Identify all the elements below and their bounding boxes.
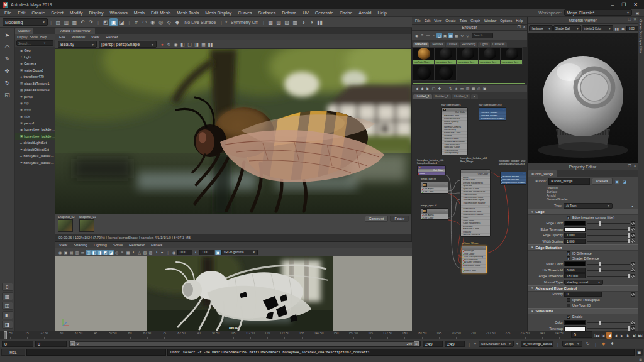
outliner-item[interactable]: ▰ honeybee_lockdev_v04... <box>15 153 55 160</box>
go-to-end-button[interactable]: ▶▶| <box>638 332 643 339</box>
rearrange-graph-icon[interactable]: ↻ <box>448 85 453 91</box>
viewport-menu-item[interactable]: Renderer <box>128 243 145 247</box>
viewer-settings-icon[interactable]: ✱ <box>620 26 626 31</box>
property-editor-titlebar[interactable]: Property Editor ❐✕ <box>528 163 638 170</box>
material-swatch[interactable]: hairTubeSha... <box>413 47 435 65</box>
node-aistandardsurface2sg[interactable]: ▫▫ Surface ShaderVolume ShaderDisplaceme… <box>500 172 526 185</box>
menu-item[interactable]: Curves <box>237 11 252 15</box>
input-connections-icon[interactable]: ◀ <box>414 85 419 91</box>
node-port[interactable]: Normal Camera <box>461 233 490 236</box>
snapshot-icon[interactable]: ◉ <box>172 41 179 48</box>
node-editor-tab[interactable]: Untitled_2 <box>433 94 452 99</box>
outliner-item[interactable]: ◉ top <box>15 100 55 107</box>
browser-tab[interactable]: Textures <box>430 42 445 47</box>
attribute-value[interactable]: 180.000 <box>564 273 586 278</box>
playback-start-field[interactable]: 0 <box>35 341 67 347</box>
outliner-item[interactable]: ▰ honeybee_lockdev_v04... <box>15 160 55 167</box>
hypershade-menu-item[interactable]: View <box>433 19 442 23</box>
outliner-item[interactable]: ◈ transform479 <box>15 74 55 80</box>
checkbox-row[interactable]: ✓Enable <box>528 314 638 320</box>
menu-item[interactable]: Help <box>377 11 387 15</box>
menu-item[interactable]: Modify <box>69 11 84 15</box>
map-button-icon[interactable] <box>631 274 635 278</box>
outliner-search-input[interactable] <box>18 41 43 45</box>
attribute-value[interactable] <box>564 261 586 266</box>
attribute-slider[interactable] <box>587 273 630 278</box>
map-button-icon[interactable] <box>631 239 635 243</box>
anim-layer-field[interactable]: w_v04:wings_closed <box>521 341 553 347</box>
channel-box-vertical-tab[interactable]: Channel Box / Layer Editor <box>638 17 642 53</box>
browser-tab[interactable]: Utilities <box>446 42 459 47</box>
menu-item[interactable]: Mesh Tools <box>176 11 199 15</box>
go-to-start-button[interactable]: |◀◀ <box>594 332 599 339</box>
attribute-value[interactable] <box>564 320 586 325</box>
attribute-value[interactable] <box>564 326 586 331</box>
command-language-toggle[interactable]: MEL <box>1 349 25 356</box>
node-hairtubeshader1sg[interactable]: ▫▫ Surface ShaderVolume ShaderDisplaceme… <box>479 107 506 121</box>
xray-icon[interactable]: ▧ <box>142 250 148 255</box>
property-editor-tab[interactable]: aiToon_Wings <box>528 170 557 177</box>
loop-playback-icon[interactable]: ↻ <box>584 341 591 348</box>
current-frame-field[interactable]: 0 <box>571 331 592 338</box>
time-slider[interactable]: 7.501522.503037.504552.506067.507582.509… <box>0 331 644 339</box>
hypershade-menu-item[interactable]: Window <box>484 19 497 23</box>
browser-tab[interactable]: Cameras <box>491 42 506 47</box>
viewer-environment-dropdown[interactable]: Interior1 Color▼ <box>582 25 613 31</box>
toon-outline-icon[interactable]: ◕ <box>299 18 308 26</box>
menu-item[interactable]: Mesh Display <box>204 11 232 15</box>
start-render-icon[interactable]: ● <box>158 41 165 48</box>
outliner-tab[interactable]: Outliner <box>15 28 33 34</box>
no-live-surface-label[interactable]: No Live Surface <box>184 20 216 25</box>
menu-set-dropdown[interactable]: Modeling▼ <box>3 18 48 26</box>
snapshot-thumbnail[interactable]: Snapshot_02 <box>58 216 77 232</box>
map-button-icon[interactable] <box>631 262 635 266</box>
outliner-item[interactable]: ◉ front <box>15 107 55 114</box>
output-connections-icon[interactable]: ▶ <box>425 85 431 91</box>
renderview-menu-item[interactable]: Render <box>105 35 119 39</box>
snap-point-icon[interactable]: ◉ <box>148 18 157 26</box>
node-bee-wings[interactable]: ▫▫ Out Color BaseBase ColorDiffuse Rough… <box>460 169 491 237</box>
browser-tab[interactable]: Rendering <box>460 42 477 47</box>
add-to-graph-icon[interactable]: ✚ <box>436 85 442 91</box>
view-transform-dropdown[interactable]: sRGB gamma▼ <box>221 250 258 255</box>
refresh-swatches-icon[interactable]: ↻ <box>459 33 465 38</box>
folder-button[interactable]: Folder <box>390 216 409 222</box>
swatch-small-icon[interactable]: ▫ <box>431 33 436 38</box>
debug-shading-icon[interactable]: ◧ <box>179 41 186 48</box>
material-swatch[interactable] <box>413 65 435 81</box>
checkbox[interactable]: ✓ <box>567 251 570 255</box>
hypershade-menu-item[interactable]: Create <box>445 19 457 23</box>
renderview-menu-item[interactable]: View <box>91 35 100 39</box>
outliner-item[interactable]: ▣ honeybee_lockdev_v04... <box>15 133 55 140</box>
map-button-icon[interactable] <box>631 227 635 231</box>
menu-item[interactable]: Display <box>88 11 104 15</box>
motion-blur-icon[interactable]: ≈ <box>119 250 125 255</box>
checkbox-row[interactable]: ✓ ID Difference <box>528 251 638 256</box>
viewer-exposure-field[interactable]: 0.00 <box>626 26 639 31</box>
maximize-icon[interactable]: ❐ <box>621 2 626 8</box>
viewport-menu-item[interactable]: View <box>58 243 68 247</box>
gamma-icon[interactable]: ◒ <box>159 250 165 255</box>
node-name-field[interactable]: aiToon_Wings <box>548 178 590 185</box>
hypershade-menu-item[interactable]: Options <box>499 19 513 23</box>
layout-persp-outliner-icon[interactable]: ◧ <box>2 311 13 319</box>
outliner-item[interactable]: ✦ Light <box>15 54 55 61</box>
undock-icon[interactable]: ❐ <box>628 163 631 168</box>
animation-start-field[interactable]: 0 <box>2 341 33 347</box>
checkbox[interactable]: ✓ <box>567 304 570 307</box>
browser-search-input[interactable] <box>472 33 493 38</box>
material-preview[interactable] <box>528 33 638 163</box>
section-advanced-edge-control[interactable]: ▼Advanced Edge Control <box>528 285 638 292</box>
priority-field[interactable]: 0 <box>564 292 602 297</box>
node-editor-tab[interactable]: Untitled_3 <box>452 94 470 99</box>
attribute-slider[interactable] <box>587 233 630 238</box>
map-button-icon[interactable] <box>631 326 635 331</box>
menu-item[interactable]: Deform <box>281 11 297 15</box>
select-object-icon[interactable]: ▣ <box>109 18 118 26</box>
window-titlebar[interactable]: M Autodesk Maya 2019 – ❐ ✕ <box>0 0 644 9</box>
checkbox[interactable]: ✓ <box>567 216 570 219</box>
viewport-canvas[interactable]: persp <box>55 256 412 331</box>
attribute-slider[interactable] <box>587 261 630 266</box>
refresh-render-icon[interactable]: ↻ <box>165 41 172 48</box>
undock-icon[interactable]: ❐ <box>518 25 521 29</box>
